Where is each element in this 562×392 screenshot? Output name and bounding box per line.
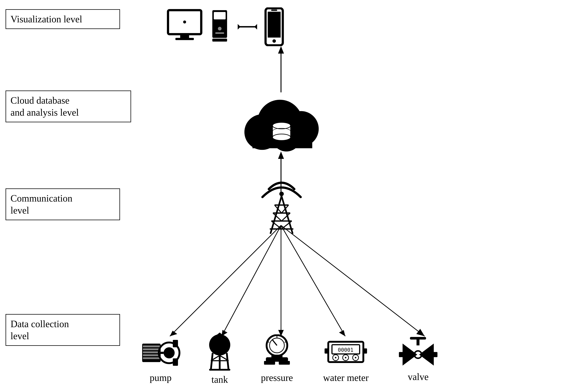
double-arrow-icon (236, 19, 258, 34)
device-pressure: pressure (258, 334, 295, 383)
svg-rect-97 (363, 348, 367, 354)
svg-rect-16 (176, 38, 194, 40)
water-meter-label: water meter (323, 372, 369, 383)
device-tank: tank (203, 333, 236, 385)
svg-rect-19 (214, 12, 226, 19)
tank-label: tank (211, 374, 228, 385)
svg-rect-29 (271, 10, 277, 11)
cloud-database-icon (231, 87, 332, 152)
svg-marker-13 (416, 329, 425, 336)
svg-marker-3 (278, 46, 284, 54)
label-communication: Communicationlevel (6, 189, 120, 220)
pump-label: pump (150, 372, 172, 383)
svg-rect-103 (399, 352, 403, 357)
svg-rect-58 (143, 345, 160, 347)
visualization-icons (166, 7, 286, 46)
svg-rect-21 (215, 32, 224, 34)
svg-point-94 (345, 357, 346, 358)
svg-rect-67 (173, 358, 178, 366)
svg-rect-66 (173, 340, 178, 347)
desktop-tower-icon (207, 8, 233, 45)
svg-rect-104 (433, 352, 438, 357)
svg-rect-102 (410, 337, 426, 340)
svg-line-72 (227, 353, 229, 370)
device-water-meter: 00001 water meter (323, 334, 369, 383)
svg-point-95 (355, 357, 356, 358)
svg-rect-96 (325, 348, 329, 354)
svg-rect-85 (264, 361, 275, 365)
svg-rect-76 (209, 369, 230, 371)
monitor-icon (166, 8, 203, 45)
tank-icon (203, 333, 236, 371)
svg-text:00001: 00001 (338, 347, 353, 353)
pressure-label: pressure (261, 372, 293, 383)
label-cloud: Cloud databaseand analysis level (6, 91, 131, 122)
device-valve: valve (399, 336, 438, 382)
communication-tower-icon (251, 170, 312, 240)
svg-line-12 (281, 225, 425, 336)
svg-rect-15 (180, 34, 189, 38)
svg-point-20 (218, 27, 222, 30)
svg-rect-60 (143, 351, 160, 353)
svg-point-93 (335, 357, 336, 358)
svg-rect-61 (143, 354, 160, 356)
svg-marker-1 (278, 152, 284, 159)
svg-point-17 (183, 21, 186, 24)
svg-rect-59 (143, 348, 160, 350)
valve-icon (399, 336, 438, 368)
label-visualization: Visualization level (6, 9, 120, 29)
svg-rect-86 (279, 361, 290, 365)
svg-line-70 (211, 353, 213, 370)
svg-marker-69 (211, 333, 228, 340)
svg-line-10 (281, 225, 345, 336)
phone-icon (262, 7, 286, 46)
device-pump: pump (140, 336, 181, 383)
page: Visualization level Cloud databaseand an… (0, 0, 562, 392)
svg-marker-5 (170, 331, 177, 336)
svg-marker-25 (254, 24, 257, 30)
svg-point-44 (279, 191, 284, 196)
valve-label: valve (408, 371, 429, 382)
water-meter-icon: 00001 (325, 334, 367, 369)
label-data: Data collectionlevel (6, 314, 120, 346)
svg-point-64 (164, 347, 175, 358)
cloud-svg (231, 87, 332, 152)
svg-rect-22 (212, 39, 227, 42)
svg-line-4 (170, 225, 281, 336)
svg-rect-27 (268, 12, 281, 37)
pump-icon (140, 336, 181, 369)
svg-point-28 (272, 39, 276, 43)
svg-rect-62 (143, 357, 160, 359)
pressure-icon (258, 334, 295, 369)
svg-line-6 (222, 225, 281, 336)
